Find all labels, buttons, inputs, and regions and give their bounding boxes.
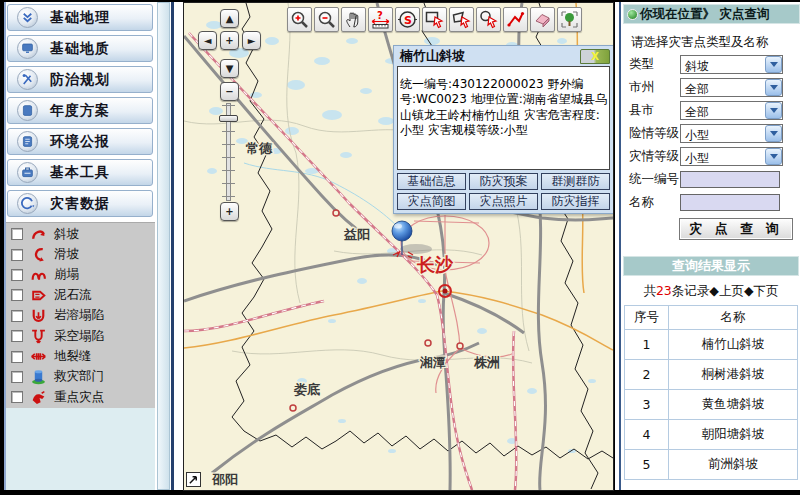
chevron-down-icon[interactable]	[765, 148, 782, 165]
arrow-left-icon: ◄	[204, 35, 212, 46]
eraser-button[interactable]	[530, 7, 555, 32]
site-photo-button[interactable]: 灾点照片	[469, 193, 538, 210]
full-extent-button[interactable]	[557, 7, 582, 32]
tools-icon	[17, 69, 38, 90]
map-label-xiangtan: 湘潭	[419, 355, 446, 370]
group-monitoring-button[interactable]: 群测群防	[541, 173, 610, 190]
layer-checkbox[interactable]	[11, 269, 23, 281]
zoom-in-step-button[interactable]: +	[220, 202, 239, 221]
sidebar-item-annual-plan[interactable]: 年度方案	[7, 97, 153, 124]
sidebar-item-basic-tools[interactable]: 基本工具	[7, 159, 153, 186]
layer-checkbox[interactable]	[11, 289, 23, 301]
result-name-link[interactable]: 前洲斜坡	[669, 450, 798, 480]
toolbox-icon	[17, 162, 38, 183]
rect-select-button[interactable]	[422, 7, 447, 32]
sidebar-item-label: 基本工具	[50, 164, 110, 182]
plus-icon: +	[225, 206, 233, 217]
minus-icon: −	[225, 86, 233, 97]
chevron-down-icon[interactable]	[765, 56, 782, 73]
basic-info-button[interactable]: 基础信息	[397, 173, 466, 190]
search-button[interactable]: 灾 点 查 询	[679, 218, 793, 240]
layer-checkbox[interactable]	[11, 351, 23, 363]
layer-row-mining-collapse: 采空塌陷	[6, 326, 155, 346]
sidebar-item-label: 基础地理	[50, 9, 110, 27]
layer-row-ground-fissure: 地裂缝	[6, 346, 155, 366]
layer-row-slope: 斜坡	[6, 224, 155, 244]
pan-left-button[interactable]: ◄	[198, 31, 217, 50]
landslide-icon	[30, 246, 47, 263]
unified-id-input[interactable]	[680, 171, 780, 188]
disaster-plan-button[interactable]: 防灾预案	[469, 173, 538, 190]
sidebar-item-basic-geology[interactable]: 基础地质	[7, 35, 153, 62]
circle-select-button[interactable]	[476, 7, 501, 32]
form-row-risk-level: 险情等级 小型	[622, 122, 800, 145]
sidebar-item-disaster-data[interactable]: 灾害数据	[7, 190, 153, 217]
document-icon	[17, 100, 38, 121]
chevrons-down-icon	[17, 7, 38, 28]
monitor-icon	[17, 38, 38, 59]
pan-tool-button[interactable]	[341, 7, 366, 32]
map-canvas[interactable]: 常德 益阳 长沙 湘潭 株洲 娄底 邵阳 ▲ ◄ +	[183, 2, 614, 491]
layer-checkbox[interactable]	[11, 310, 23, 322]
city-select[interactable]: 全部	[680, 78, 783, 97]
location-dot-icon	[627, 9, 638, 20]
sidebar-item-label: 环境公报	[50, 133, 110, 151]
layer-checkbox[interactable]	[11, 249, 23, 261]
county-select[interactable]: 全部	[680, 101, 783, 120]
right-panel-border	[619, 2, 621, 490]
balloon-shadow	[400, 244, 432, 254]
layer-row-key-disaster-point: 重点灾点	[6, 387, 155, 407]
arrow-up-icon: ▲	[226, 13, 234, 24]
site-sketch-button[interactable]: 灾点简图	[397, 193, 466, 210]
eraser-icon	[532, 9, 553, 30]
zoom-in-button[interactable]	[287, 7, 312, 32]
sidebar-item-environment-bulletin[interactable]: 环境公报	[7, 128, 153, 155]
command-button[interactable]: 防灾指挥	[541, 193, 610, 210]
chevron-down-icon[interactable]	[765, 79, 782, 96]
layer-checkbox[interactable]	[11, 330, 23, 342]
pan-down-button[interactable]: ▼	[220, 59, 239, 78]
type-select[interactable]: 斜坡	[680, 55, 783, 74]
name-input[interactable]	[680, 194, 780, 211]
sidebar-item-prevention-planning[interactable]: 防治规划	[7, 66, 153, 93]
layer-list: 斜坡 滑坡 崩塌 泥石流 岩溶塌陷	[6, 222, 155, 408]
debris-flow-icon	[30, 287, 47, 304]
form-row-disaster-level: 灾情等级 小型	[622, 145, 800, 168]
risk-level-select[interactable]: 小型	[680, 124, 783, 143]
scale-tool-button[interactable]: S	[395, 7, 420, 32]
layer-checkbox[interactable]	[11, 391, 23, 403]
layer-checkbox[interactable]	[11, 228, 23, 240]
zoom-slider-handle[interactable]	[219, 115, 238, 122]
sidebar-menu: 基础地理 基础地质 防治规划 年度方案 环境公报 基本工具	[6, 2, 155, 222]
pan-up-button[interactable]: ▲	[220, 9, 239, 28]
report-icon	[17, 131, 38, 152]
chevron-down-icon[interactable]	[765, 125, 782, 142]
layer-checkbox[interactable]	[11, 371, 23, 383]
slope-icon	[30, 226, 47, 243]
pan-right-button[interactable]: ►	[242, 31, 261, 50]
measure-tool-button[interactable]: ?	[368, 7, 393, 32]
popup-close-button[interactable]: X	[580, 49, 610, 64]
result-name-link[interactable]: 朝阳塘斜坡	[669, 420, 798, 450]
svg-text:?: ?	[377, 10, 383, 21]
draw-line-button[interactable]	[503, 7, 528, 32]
pagination: 共23条记录◆上页◆下页	[622, 283, 800, 303]
zoom-out-step-button[interactable]: −	[220, 82, 239, 101]
result-name-link[interactable]: 黄鱼塘斜坡	[669, 390, 798, 420]
prev-page-link[interactable]: ◆上页	[709, 283, 744, 298]
zoom-out-button[interactable]	[314, 7, 339, 32]
zoom-out-icon	[316, 9, 337, 30]
polygon-select-button[interactable]	[449, 7, 474, 32]
sidebar-item-basic-geography[interactable]: 基础地理	[7, 4, 153, 31]
table-row: 2 桐树港斜坡	[625, 360, 798, 390]
query-panel: 你现在位置》 灾点查询 请选择灾害点类型及名称 类型 斜坡 市州 全部 县市 全…	[622, 2, 800, 490]
splitter-bar[interactable]	[157, 2, 170, 490]
disaster-level-select[interactable]: 小型	[680, 147, 783, 166]
rescue-department-icon	[30, 368, 47, 385]
result-name-link[interactable]: 桐树港斜坡	[669, 360, 798, 390]
next-page-link[interactable]: ◆下页	[744, 283, 779, 298]
result-name-link[interactable]: 楠竹山斜坡	[669, 330, 798, 360]
pan-center-button[interactable]: +	[220, 31, 239, 50]
map-corner-button[interactable]	[186, 472, 201, 487]
chevron-down-icon[interactable]	[765, 102, 782, 119]
